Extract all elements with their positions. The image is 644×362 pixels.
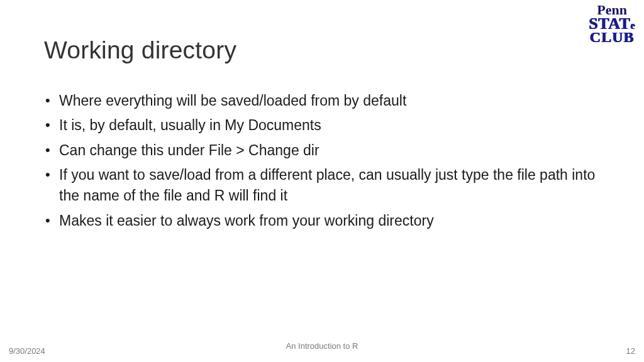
penn-state-club-logo: Penn STATe CLUB	[589, 4, 635, 45]
logo-line-3: CLUB	[589, 31, 635, 45]
bullet-item: If you want to save/load from a differen…	[44, 165, 597, 207]
bullet-item: Can change this under File > Change dir	[44, 140, 597, 161]
slide: Working directory Where everything will …	[0, 0, 644, 362]
bullet-item: Where everything will be saved/loaded fr…	[44, 90, 597, 111]
bullet-item: It is, by default, usually in My Documen…	[44, 115, 597, 136]
bullet-list: Where everything will be saved/loaded fr…	[44, 90, 597, 231]
footer-date: 9/30/2024	[9, 346, 45, 356]
slide-title: Working directory	[44, 36, 600, 64]
footer-page-number: 12	[626, 346, 635, 356]
footer-subtitle: An Introduction to R	[286, 341, 358, 351]
bullet-item: Makes it easier to always work from your…	[44, 211, 597, 231]
